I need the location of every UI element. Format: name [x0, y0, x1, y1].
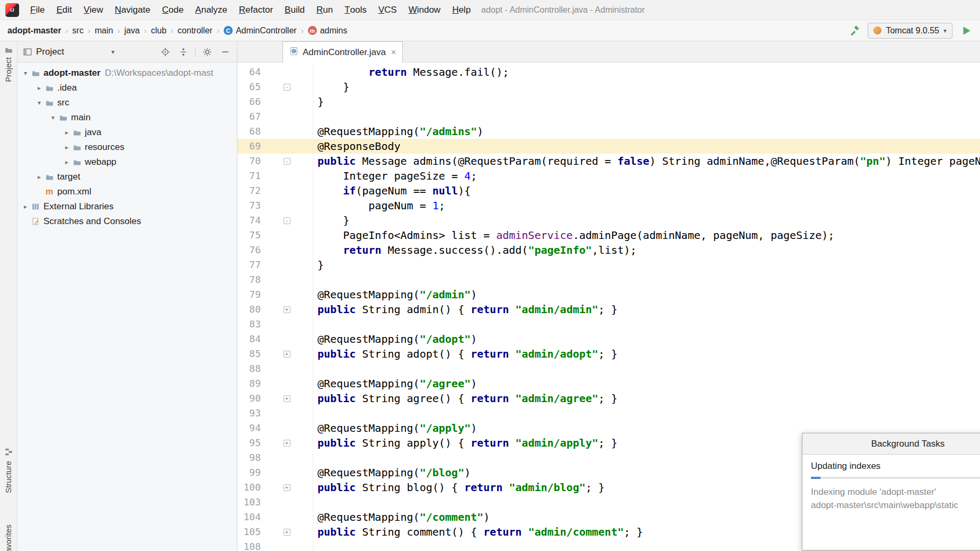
hide-panel-icon[interactable] — [219, 46, 232, 58]
code-text[interactable] — [313, 495, 317, 510]
editor-tab[interactable]: C AdminController.java × — [282, 41, 403, 63]
code-line[interactable]: 70-public Message admins(@RequestParam(r… — [237, 154, 980, 168]
code-text[interactable]: if(pageNum == null){ — [313, 183, 471, 198]
breadcrumb-item-java[interactable]: java — [124, 26, 139, 35]
code-text[interactable]: public String comment() { return "admin/… — [313, 525, 643, 539]
menu-item-code[interactable]: Code — [156, 0, 190, 20]
fold-toggle-icon[interactable]: - — [284, 158, 290, 165]
tree-chevron-icon[interactable]: ▸ — [62, 158, 72, 166]
code-text[interactable]: PageInfo<Admins> list = adminService.adm… — [313, 228, 834, 243]
code-line[interactable]: 64 return Message.fail(); — [237, 65, 980, 79]
menu-item-build[interactable]: Build — [279, 0, 311, 20]
tree-item-java[interactable]: ▸java — [17, 125, 237, 140]
code-text[interactable]: } — [313, 213, 349, 228]
menu-item-view[interactable]: View — [78, 0, 109, 20]
menu-item-tools[interactable]: Tools — [339, 0, 373, 20]
breadcrumb-item-src[interactable]: src — [72, 26, 83, 35]
chevron-down-icon[interactable]: ▾ — [111, 48, 114, 56]
code-line[interactable]: 84@RequestMapping("/adopt") — [237, 332, 980, 346]
code-line[interactable]: 90+public String agree() { return "admin… — [237, 391, 980, 406]
code-line[interactable]: 66} — [237, 94, 980, 109]
tree-chevron-icon[interactable]: ▸ — [62, 129, 72, 136]
menu-item-window[interactable]: Window — [403, 0, 446, 20]
collapse-all-icon[interactable] — [177, 46, 190, 58]
breadcrumb-item-admins[interactable]: madmins — [308, 26, 348, 35]
code-text[interactable]: @ResponseBody — [313, 139, 401, 154]
tree-chevron-icon[interactable]: ▸ — [21, 203, 30, 210]
tree-item-resources[interactable]: ▸resources — [17, 140, 237, 155]
tree-item-scratches-and-consoles[interactable]: Scratches and Consoles — [17, 214, 237, 229]
fold-toggle-icon[interactable]: + — [284, 529, 290, 536]
fold-toggle-icon[interactable]: + — [284, 395, 290, 402]
tree-chevron-icon[interactable]: ▸ — [34, 173, 44, 181]
code-line[interactable]: 75 PageInfo<Admins> list = adminService.… — [237, 228, 980, 243]
code-line[interactable]: 88 — [237, 361, 980, 376]
fold-toggle-icon[interactable]: + — [284, 440, 290, 447]
code-line[interactable]: 78 — [237, 272, 980, 287]
code-text[interactable]: @RequestMapping("/blog") — [313, 465, 471, 480]
fold-toggle-icon[interactable]: + — [284, 306, 290, 313]
project-tool-icon[interactable] — [4, 46, 13, 55]
code-text[interactable]: pageNum = 1; — [313, 198, 445, 213]
code-line[interactable]: 72 if(pageNum == null){ — [237, 183, 980, 198]
code-text[interactable]: @RequestMapping("/admins") — [313, 124, 483, 139]
code-text[interactable]: return Message.success().add("pageInfo",… — [313, 243, 637, 257]
code-text[interactable]: } — [313, 257, 324, 272]
breadcrumb-item-controller[interactable]: controller — [178, 26, 213, 35]
code-text[interactable]: public String admin() { return "admin/ad… — [313, 302, 617, 317]
breadcrumb-item-admincontroller[interactable]: CAdminController — [224, 26, 297, 35]
tree-chevron-icon[interactable]: ▾ — [21, 69, 30, 77]
code-line[interactable]: 80+public String admin() { return "admin… — [237, 302, 980, 317]
fold-toggle-icon[interactable]: + — [284, 351, 290, 358]
code-text[interactable]: } — [313, 79, 349, 94]
menu-item-help[interactable]: Help — [446, 0, 476, 20]
code-text[interactable]: @RequestMapping("/comment") — [313, 510, 490, 525]
code-text[interactable]: @RequestMapping("/apply") — [313, 421, 477, 436]
menu-item-run[interactable]: Run — [311, 0, 339, 20]
tree-chevron-icon[interactable]: ▾ — [48, 114, 58, 121]
menu-item-vcs[interactable]: VCS — [373, 0, 403, 20]
tree-item-target[interactable]: ▸target — [17, 170, 237, 184]
menu-item-analyze[interactable]: Analyze — [189, 0, 233, 20]
code-text[interactable]: public Message admins(@RequestParam(requ… — [313, 154, 980, 168]
settings-gear-icon[interactable] — [201, 46, 214, 58]
menu-item-refactor[interactable]: Refactor — [233, 0, 279, 20]
code-text[interactable] — [313, 406, 317, 421]
code-line[interactable]: 89@RequestMapping("/agree") — [237, 376, 980, 391]
code-text[interactable]: Integer pageSize = 4; — [313, 168, 477, 183]
close-icon[interactable]: × — [391, 48, 396, 57]
code-text[interactable] — [313, 539, 317, 551]
code-text[interactable]: @RequestMapping("/agree") — [313, 376, 477, 391]
tree-item--idea[interactable]: ▸.idea — [17, 81, 237, 95]
code-line[interactable]: 83 — [237, 317, 980, 332]
project-panel-title[interactable]: Project — [36, 47, 64, 57]
code-text[interactable] — [313, 317, 317, 332]
tree-chevron-icon[interactable]: ▸ — [34, 84, 44, 92]
code-line[interactable]: 71 Integer pageSize = 4; — [237, 168, 980, 183]
menu-item-file[interactable]: File — [24, 0, 50, 20]
tool-stripe-structure[interactable]: Structure — [4, 461, 13, 493]
code-line[interactable]: 76 return Message.success().add("pageInf… — [237, 243, 980, 257]
code-text[interactable]: return Message.fail(); — [313, 65, 509, 79]
code-line[interactable]: 73 pageNum = 1; — [237, 198, 980, 213]
code-line[interactable]: 67 — [237, 109, 980, 124]
code-text[interactable]: public String blog() { return "admin/blo… — [313, 480, 605, 495]
code-line[interactable]: 68@RequestMapping("/admins") — [237, 124, 980, 139]
tree-item-adopt-master[interactable]: ▾adopt-masterD:\Workspaces\adopt-mast — [17, 66, 237, 81]
tool-stripe-favorites[interactable]: Favorites — [4, 525, 13, 551]
code-text[interactable] — [313, 450, 317, 465]
code-text[interactable]: public String apply() { return "admin/ap… — [313, 436, 617, 450]
code-text[interactable]: public String adopt() { return "admin/ad… — [313, 346, 617, 361]
run-config-select[interactable]: Tomcat 9.0.55 ▾ — [868, 23, 952, 39]
code-text[interactable] — [313, 272, 317, 287]
tree-item-pom-xml[interactable]: mpom.xml — [17, 184, 237, 199]
fold-toggle-icon[interactable]: - — [284, 217, 290, 224]
tree-item-external-libraries[interactable]: ▸External Libraries — [17, 199, 237, 214]
tree-item-webapp[interactable]: ▸webapp — [17, 155, 237, 170]
run-button[interactable] — [960, 24, 973, 37]
locate-icon[interactable] — [159, 46, 172, 58]
code-line[interactable]: 77} — [237, 257, 980, 272]
code-line[interactable]: 69@ResponseBody — [237, 139, 980, 154]
code-text[interactable] — [313, 361, 317, 376]
fold-toggle-icon[interactable]: - — [284, 84, 290, 91]
